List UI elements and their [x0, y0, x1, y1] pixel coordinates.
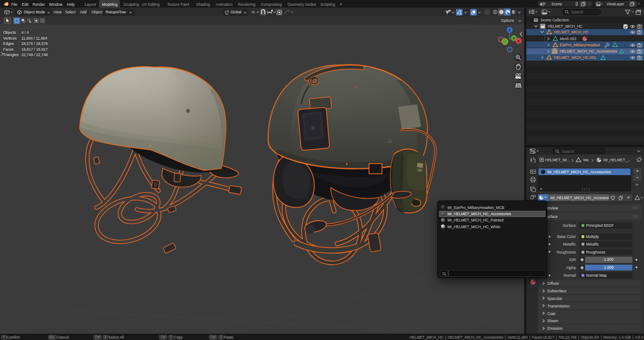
- svg-text:Z: Z: [509, 28, 511, 32]
- svg-text:Y: Y: [513, 37, 515, 41]
- svg-text:X: X: [517, 39, 520, 43]
